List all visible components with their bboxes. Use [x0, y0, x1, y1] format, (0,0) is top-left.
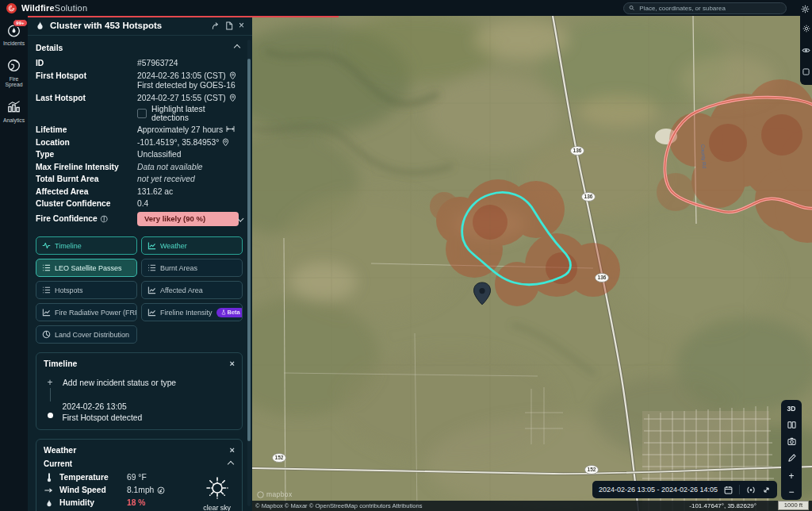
detail-value: 0.4 — [137, 199, 243, 209]
duration-ruler-icon — [226, 125, 235, 133]
scrollbar-thumb[interactable] — [247, 59, 251, 441]
sidebar-item-fire-spread[interactable]: Fire Spread — [0, 58, 28, 88]
weather-condition-label: clear sky — [203, 504, 231, 511]
beta-badge: Beta — [216, 308, 243, 317]
split-view-button[interactable] — [781, 417, 802, 433]
close-icon[interactable]: × — [230, 360, 235, 367]
add-incident-status-button[interactable]: + Add new incident status or type — [47, 377, 235, 388]
satellite-map[interactable]: 136 136 136 152 152 County Rd Stinnett — [252, 16, 812, 511]
plus-icon: + — [47, 377, 53, 388]
toggle-3d-button[interactable]: 3D — [781, 400, 802, 417]
attribution-text[interactable]: © Mapbox © Maxar © OpenStreetMap contrib… — [255, 502, 423, 509]
time-range-bar[interactable]: 2024-02-26 13:05 - 2024-02-26 14:05 — [592, 481, 777, 498]
detail-label: Max Fireline Intensity — [36, 163, 137, 173]
detail-value: Data not available — [137, 163, 243, 173]
timeline-animate-icon[interactable] — [746, 486, 756, 494]
brand-bold: Wildfire — [21, 3, 55, 13]
weather-label: Humidity — [59, 497, 121, 509]
timeline-event-label: First Hotspot detected — [63, 413, 143, 424]
activity-icon — [42, 241, 51, 250]
weather-value: 69 °F — [127, 471, 147, 484]
land-cover-button[interactable]: Land Cover Distribution — [36, 325, 137, 344]
timeline-event-time: 2024-02-26 13:05 — [63, 402, 143, 413]
detail-label: ID — [36, 59, 137, 69]
report-file-icon[interactable] — [225, 21, 233, 30]
button-label: Fire Radiative Power (FRP) — [55, 309, 137, 317]
svg-text:136: 136 — [598, 275, 607, 280]
timeline-button[interactable]: Timeline — [36, 236, 137, 255]
beta-badge-label: Beta — [228, 309, 240, 316]
visibility-eye-icon[interactable] — [802, 43, 810, 57]
map-settings-icon[interactable] — [802, 21, 810, 36]
button-label: Burnt Areas — [160, 264, 197, 272]
expand-icon[interactable] — [762, 486, 771, 494]
location-pin-icon[interactable] — [229, 94, 236, 102]
chart-icon — [147, 308, 156, 317]
close-icon[interactable]: × — [230, 447, 235, 454]
detail-value: Unclassified — [137, 150, 243, 160]
location-pin-icon[interactable] — [222, 138, 229, 147]
svg-text:136: 136 — [584, 194, 593, 199]
chevron-up-icon[interactable] — [228, 460, 234, 467]
detail-value: -101.4519°, 35.84953° — [137, 138, 219, 148]
detail-row-affected-area: Affected Area 131.62 ac — [36, 187, 243, 198]
detail-value: not yet received — [137, 175, 243, 185]
weather-current-header[interactable]: Current — [44, 459, 235, 468]
details-section-header[interactable]: Details — [36, 43, 243, 52]
button-label: Affected Area — [160, 286, 203, 294]
calendar-icon[interactable] — [724, 486, 733, 494]
button-label: Hotspots — [55, 286, 83, 294]
road-shield: 152 — [273, 454, 286, 463]
search-input[interactable] — [638, 4, 781, 13]
app-title: WildfireSolution — [21, 3, 87, 13]
button-label: Land Cover Distribution — [55, 331, 129, 339]
sidebar-item-analytics[interactable]: Analytics — [3, 99, 25, 124]
hotspots-button[interactable]: Hotspots — [36, 281, 137, 299]
share-icon[interactable] — [211, 21, 220, 30]
analytics-chart-icon — [6, 99, 21, 114]
chart-icon — [42, 308, 51, 317]
add-incident-label: Add new incident status or type — [63, 378, 176, 387]
fire-spread-icon — [6, 58, 21, 73]
burnt-areas-button[interactable]: Burnt Areas — [141, 259, 243, 277]
screenshot-camera-button[interactable] — [781, 433, 802, 450]
weather-label: Temperature — [59, 471, 121, 484]
info-icon[interactable]: ⓘ — [101, 214, 108, 225]
sidebar-item-incidents[interactable]: 99+ Incidents — [3, 22, 25, 47]
settings-gear-icon[interactable] — [801, 2, 810, 17]
list-icon — [42, 286, 51, 294]
map-search-box[interactable] — [623, 2, 787, 14]
detail-value: #57963724 — [137, 59, 243, 69]
droplet-icon — [44, 499, 54, 508]
location-pin-icon[interactable] — [229, 71, 236, 80]
detail-row-id: ID #57963724 — [36, 59, 243, 69]
basemap-square-icon[interactable] — [802, 64, 810, 79]
zoom-out-button[interactable]: − — [781, 484, 802, 500]
detail-row-max-fireline: Max Fireline Intensity Data not availabl… — [36, 163, 243, 173]
draw-pencil-button[interactable] — [781, 450, 802, 467]
chevron-up-icon[interactable] — [234, 44, 240, 51]
highlight-detections-checkbox[interactable] — [137, 109, 147, 118]
leo-satellite-passes-button[interactable]: LEO Satellite Passes — [36, 259, 137, 277]
flame-icon — [36, 21, 44, 31]
svg-text:152: 152 — [588, 467, 596, 472]
zoom-in-button[interactable]: + — [781, 468, 802, 484]
fire-confidence-select[interactable]: Very likely (90 %) — [137, 212, 239, 227]
panel-close-icon[interactable]: × — [239, 21, 244, 29]
weather-condition: clear sky — [203, 474, 231, 511]
detail-label: Lifetime — [36, 125, 137, 136]
map-canvas[interactable]: 136 136 136 152 152 County Rd Stinnett 3… — [252, 16, 812, 511]
panel-title: Cluster with 453 Hotspots — [50, 21, 205, 30]
weather-label: Wind Speed — [59, 484, 121, 497]
detail-label: Affected Area — [36, 187, 137, 198]
timeline-event-dot — [48, 413, 53, 418]
button-label: Timeline — [55, 242, 82, 250]
divider — [739, 485, 740, 494]
weather-button[interactable]: Weather — [141, 236, 243, 255]
list-icon — [147, 263, 156, 272]
frp-button[interactable]: Fire Radiative Power (FRP) — [36, 303, 137, 321]
panel-scrollbar[interactable] — [247, 40, 251, 506]
timeline-event: 2024-02-26 13:05 First Hotspot detected — [47, 402, 235, 424]
fireline-intensity-button[interactable]: Fireline Intensity Beta — [141, 303, 243, 321]
affected-area-button[interactable]: Affected Area — [141, 281, 243, 299]
